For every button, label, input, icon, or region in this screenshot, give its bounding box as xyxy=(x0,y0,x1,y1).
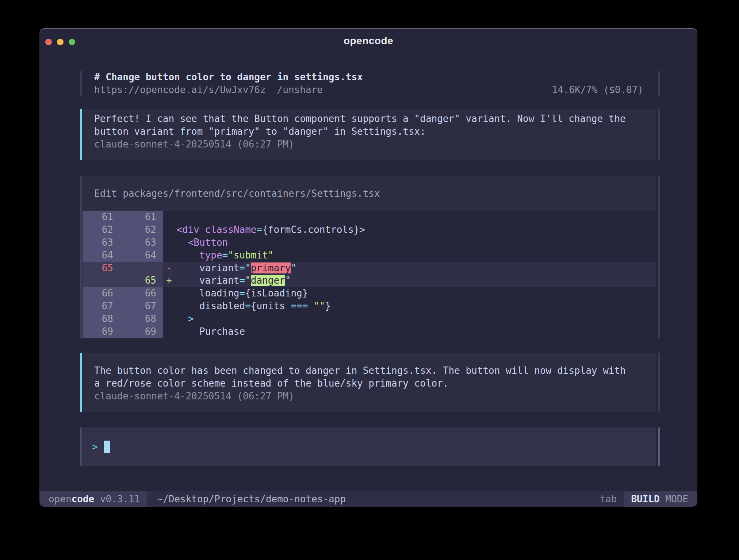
assistant-message: Perfect! I can see that the Button compo… xyxy=(80,109,660,160)
edit-file-path: Edit packages/frontend/src/containers/Se… xyxy=(83,176,656,211)
window-title: opencode xyxy=(39,35,697,47)
prompt-input-box[interactable]: > xyxy=(80,427,660,466)
diff-code-line: disabled={units === ""} xyxy=(163,300,656,312)
app-version xyxy=(94,494,100,505)
message-text: a red/rose color scheme instead of the b… xyxy=(94,377,645,390)
diff-old-line-number xyxy=(83,274,120,287)
diff-old-line-number: 62 xyxy=(83,223,120,236)
diff-old-line-number: 67 xyxy=(83,300,120,312)
diff-code-line: <div className={formCs.controls}> xyxy=(163,223,656,236)
edit-right-border xyxy=(658,176,660,338)
diff-row: 6363 <Button xyxy=(83,236,656,249)
session-title: # Change button color to danger in setti… xyxy=(94,71,643,84)
diff-code-line: + variant="danger" xyxy=(163,274,656,287)
diff-add-marker: + xyxy=(166,274,172,287)
diff-row: 6262 <div className={formCs.controls}> xyxy=(83,223,656,236)
diff-row: 6868 > xyxy=(83,312,656,325)
diff-new-line-number: 62 xyxy=(120,223,163,236)
diff-row: 6767 disabled={units === ""} xyxy=(83,300,656,312)
mode-chip: BUILD MODE xyxy=(624,491,697,507)
app-name-code: code xyxy=(72,494,95,505)
share-url[interactable]: https://opencode.ai/s/UwJxv76z xyxy=(94,84,266,96)
diff-new-line-number: 66 xyxy=(120,287,163,300)
diff-code-line: Purchase xyxy=(163,325,656,338)
prompt-symbol: > xyxy=(92,441,98,452)
diff-code-line: loading={isLoading} xyxy=(163,287,656,300)
message-meta: claude-sonnet-4-20250514 (06:27 PM) xyxy=(94,138,645,151)
diff-new-line-number: 63 xyxy=(120,236,163,249)
diff-new-line-number: 64 xyxy=(120,249,163,262)
diff-row: 6464 type="submit" xyxy=(83,249,656,262)
diff-old-line-number: 61 xyxy=(83,211,120,223)
diff-row: 65+ variant="danger" xyxy=(83,274,656,287)
header-left-border xyxy=(80,71,82,96)
diff-old-line-number: 69 xyxy=(83,325,120,338)
message-right-border xyxy=(658,109,660,160)
session-header: # Change button color to danger in setti… xyxy=(80,71,660,96)
input-left-border xyxy=(80,427,82,466)
edit-left-border xyxy=(80,176,82,338)
input-right-border xyxy=(658,427,660,466)
diff-old-line-number: 63 xyxy=(83,236,120,249)
assistant-message: The button color has been changed to dan… xyxy=(80,353,660,412)
diff-code-line: type="submit" xyxy=(163,249,656,262)
diff-row: 65- variant="primary" xyxy=(83,262,656,275)
diff-code-line: - variant="primary" xyxy=(163,262,656,275)
app-version-number: v0.3.11 xyxy=(100,494,140,505)
mode-suffix-space xyxy=(660,494,666,505)
header-right-border xyxy=(658,71,660,96)
token-usage: 14.6K/7% ($0.07) xyxy=(552,84,643,96)
message-text: The button color has been changed to dan… xyxy=(94,364,645,377)
mode-name: BUILD xyxy=(631,494,659,505)
diff-view: 61616262 <div className={formCs.controls… xyxy=(83,211,656,338)
text-cursor xyxy=(104,441,110,453)
message-meta: claude-sonnet-4-20250514 (06:27 PM) xyxy=(94,390,645,403)
diff-delete-marker: - xyxy=(166,262,172,275)
diff-code-line: > xyxy=(163,312,656,325)
diff-new-line-number xyxy=(120,262,163,275)
message-text: button variant from "primary" to "danger… xyxy=(94,125,645,138)
diff-old-line-number: 66 xyxy=(83,287,120,300)
edit-tool-panel: Edit packages/frontend/src/containers/Se… xyxy=(80,176,660,338)
app-name-open: open xyxy=(49,494,72,505)
diff-new-line-number: 67 xyxy=(120,300,163,312)
diff-new-line-number: 69 xyxy=(120,325,163,338)
diff-new-line-number: 61 xyxy=(120,211,163,223)
app-window: opencode # Change button color to danger… xyxy=(39,28,697,507)
diff-row: 6969 Purchase xyxy=(83,325,656,338)
diff-old-line-number: 68 xyxy=(83,312,120,325)
diff-code-line: <Button xyxy=(163,236,656,249)
message-right-border xyxy=(658,353,660,412)
app-version-chip: opencode v0.3.11 xyxy=(39,491,147,507)
diff-new-line-number: 65 xyxy=(120,274,163,287)
diff-new-line-number: 68 xyxy=(120,312,163,325)
diff-code-line xyxy=(163,211,656,223)
status-bar: opencode v0.3.11 ~/Desktop/Projects/demo… xyxy=(39,491,697,507)
message-text: Perfect! I can see that the Button compo… xyxy=(94,112,645,125)
working-directory: ~/Desktop/Projects/demo-notes-app xyxy=(157,494,346,505)
unshare-command: /unshare xyxy=(277,84,323,96)
diff-old-line-number: 64 xyxy=(83,249,120,262)
diff-old-line-number: 65 xyxy=(83,262,120,275)
mode-suffix: MODE xyxy=(665,494,688,505)
message-accent-border xyxy=(80,109,82,160)
message-accent-border xyxy=(80,353,82,412)
tab-key-hint: tab xyxy=(600,494,617,505)
diff-row: 6666 loading={isLoading} xyxy=(83,287,656,300)
diff-row: 6161 xyxy=(83,211,656,223)
